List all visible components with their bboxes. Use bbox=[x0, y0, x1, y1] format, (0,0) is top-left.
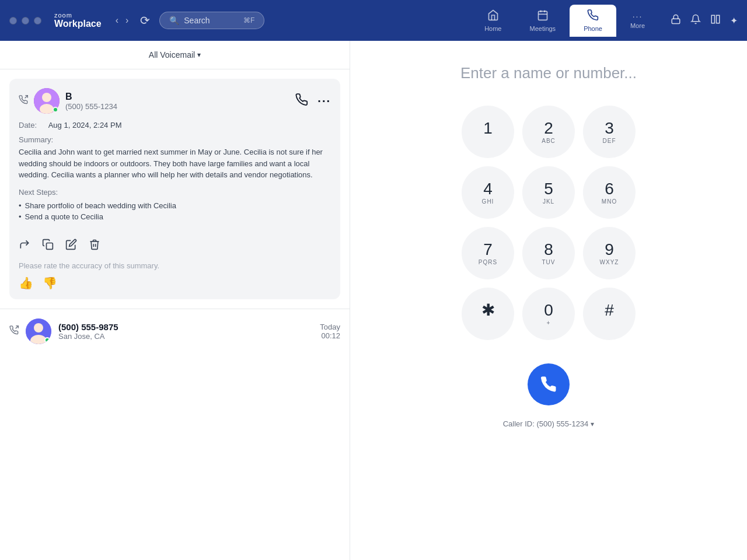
vm-item-avatar bbox=[26, 318, 51, 344]
key-1-num: 1 bbox=[483, 120, 493, 136]
edit-icon[interactable] bbox=[65, 239, 77, 253]
home-icon bbox=[487, 9, 499, 24]
call-button[interactable] bbox=[528, 363, 570, 405]
logo-workplace-text: Workplace bbox=[54, 19, 102, 29]
tab-home[interactable]: Home bbox=[470, 5, 515, 37]
next-steps-list: Share portfolio of beach wedding with Ce… bbox=[19, 200, 331, 222]
more-options-button[interactable]: ··· bbox=[317, 94, 331, 108]
dialpad-key-3[interactable]: 3 DEF bbox=[583, 106, 636, 158]
traffic-lights bbox=[9, 17, 41, 24]
vm2-status-dot bbox=[44, 337, 50, 343]
contact-avatar bbox=[34, 88, 60, 114]
more-icon: ··· bbox=[633, 12, 643, 21]
search-bar[interactable]: 🔍 Search ⌘F bbox=[159, 12, 264, 29]
missed-call-icon bbox=[19, 95, 28, 107]
voicemail-header[interactable]: All Voicemail ▾ bbox=[0, 41, 350, 69]
tab-meetings[interactable]: Meetings bbox=[515, 5, 570, 37]
dialpad-input[interactable]: Enter a name or number... bbox=[432, 64, 665, 82]
key-6-sub: MNO bbox=[602, 198, 617, 205]
key-2-sub: ABC bbox=[542, 138, 556, 144]
vm-item-call-icon bbox=[9, 326, 19, 337]
dialpad-key-2[interactable]: 2 ABC bbox=[522, 106, 575, 158]
dialpad-key-7[interactable]: 7 PQRS bbox=[462, 227, 514, 279]
key-1-sub bbox=[487, 138, 489, 144]
dialpad-key-8[interactable]: 8 TUV bbox=[522, 227, 575, 279]
vm-item-location: San Jose, CA bbox=[58, 332, 313, 341]
voicemail-dropdown-chevron[interactable]: ▾ bbox=[197, 51, 201, 59]
dialpad-key-star[interactable]: ✱ bbox=[462, 288, 514, 340]
nav-back-button[interactable]: ‹ bbox=[113, 13, 121, 28]
key-4-num: 4 bbox=[483, 181, 493, 197]
logo: zoom Workplace bbox=[54, 12, 102, 29]
meetings-icon bbox=[537, 9, 549, 24]
key-star-sub bbox=[487, 320, 489, 326]
svg-point-9 bbox=[42, 93, 51, 102]
tab-phone-label: Phone bbox=[584, 25, 602, 32]
dialpad-key-6[interactable]: 6 MNO bbox=[583, 166, 636, 219]
caller-id[interactable]: Caller ID: (500) 555-1234 ▾ bbox=[503, 419, 595, 428]
key-6-num: 6 bbox=[605, 181, 614, 197]
thumbs-down-button[interactable]: 👎 bbox=[43, 276, 57, 290]
list-item: Send a quote to Cecilia bbox=[19, 211, 331, 222]
key-8-num: 8 bbox=[544, 242, 553, 258]
vm-item-duration: 00:12 bbox=[320, 331, 340, 340]
tab-phone[interactable]: Phone bbox=[570, 5, 616, 37]
voicemail-card: B (500) 555-1234 ··· Date: Aug 1, 2024, … bbox=[9, 79, 340, 299]
key-3-sub: DEF bbox=[603, 138, 616, 144]
voicemail-item-2[interactable]: (500) 555-9875 San Jose, CA Today 00:12 bbox=[0, 309, 350, 354]
lock-icon[interactable] bbox=[671, 14, 681, 27]
card-date-row: Date: Aug 1, 2024, 2:24 PM bbox=[19, 121, 331, 130]
history-button[interactable]: ⟳ bbox=[138, 11, 152, 30]
dialpad-key-0[interactable]: 0 + bbox=[522, 288, 575, 340]
next-steps-label: Next Steps: bbox=[19, 188, 331, 197]
dialpad-key-1[interactable]: 1 bbox=[462, 106, 514, 158]
rating-text: Please rate the accuracy of this summary… bbox=[19, 261, 331, 270]
main-content: All Voicemail ▾ bbox=[0, 41, 747, 560]
traffic-light-yellow[interactable] bbox=[22, 17, 29, 24]
key-9-num: 9 bbox=[605, 242, 614, 258]
contact-name: B bbox=[65, 92, 289, 102]
layout-icon[interactable] bbox=[710, 14, 721, 27]
date-value: Aug 1, 2024, 2:24 PM bbox=[48, 121, 122, 130]
dialpad-key-5[interactable]: 5 JKL bbox=[522, 166, 575, 219]
thumbs-up-button[interactable]: 👍 bbox=[19, 276, 33, 290]
share-icon[interactable] bbox=[19, 239, 30, 253]
key-7-sub: PQRS bbox=[479, 259, 497, 265]
svg-rect-0 bbox=[538, 11, 547, 20]
vm-item-date: Today bbox=[320, 323, 340, 331]
svg-line-12 bbox=[16, 326, 19, 329]
dialpad-key-hash[interactable]: # bbox=[583, 288, 636, 340]
svg-point-14 bbox=[34, 323, 43, 332]
nav-arrows: ‹ › bbox=[113, 13, 131, 28]
sparkle-icon[interactable]: ✦ bbox=[730, 15, 738, 26]
dialpad-key-4[interactable]: 4 GHI bbox=[462, 166, 514, 219]
summary-label: Summary: bbox=[19, 135, 331, 144]
key-4-sub: GHI bbox=[482, 198, 494, 205]
call-back-button[interactable] bbox=[295, 93, 308, 109]
svg-rect-11 bbox=[47, 243, 53, 249]
key-9-sub: WXYZ bbox=[600, 259, 619, 265]
traffic-light-green[interactable] bbox=[34, 17, 41, 24]
caller-id-chevron: ▾ bbox=[591, 420, 594, 428]
key-7-num: 7 bbox=[483, 242, 493, 258]
svg-rect-5 bbox=[711, 15, 714, 23]
status-online-dot bbox=[53, 107, 58, 113]
bell-icon[interactable] bbox=[690, 14, 701, 27]
key-hash-sub bbox=[608, 320, 610, 326]
svg-rect-4 bbox=[672, 19, 680, 23]
dialpad-key-9[interactable]: 9 WXYZ bbox=[583, 227, 636, 279]
summary-text: Cecilia and John want to get married nex… bbox=[19, 146, 331, 181]
traffic-light-red[interactable] bbox=[9, 17, 17, 24]
vm-item-name: (500) 555-9875 bbox=[58, 322, 313, 332]
right-panel: Enter a name or number... 1 2 ABC 3 DEF … bbox=[350, 41, 747, 560]
delete-icon[interactable] bbox=[89, 239, 100, 253]
tab-more[interactable]: ··· More bbox=[616, 7, 659, 34]
key-3-num: 3 bbox=[605, 120, 614, 136]
card-header: B (500) 555-1234 ··· bbox=[19, 88, 331, 114]
search-icon: 🔍 bbox=[169, 16, 179, 25]
key-5-sub: JKL bbox=[543, 198, 554, 205]
voicemail-header-text: All Voicemail bbox=[149, 50, 195, 60]
nav-forward-button[interactable]: › bbox=[123, 13, 131, 28]
copy-icon[interactable] bbox=[42, 239, 54, 253]
contact-phone: (500) 555-1234 bbox=[65, 102, 289, 111]
